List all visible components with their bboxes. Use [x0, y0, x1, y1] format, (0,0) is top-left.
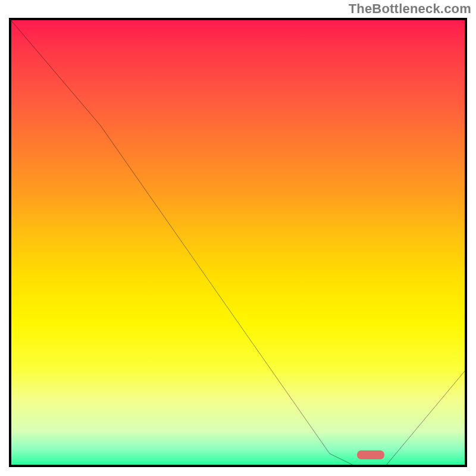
chart-container: TheBottleneck.com	[0, 0, 476, 476]
gradient-plot-area	[9, 18, 467, 467]
watermark-text: TheBottleneck.com	[349, 1, 471, 17]
